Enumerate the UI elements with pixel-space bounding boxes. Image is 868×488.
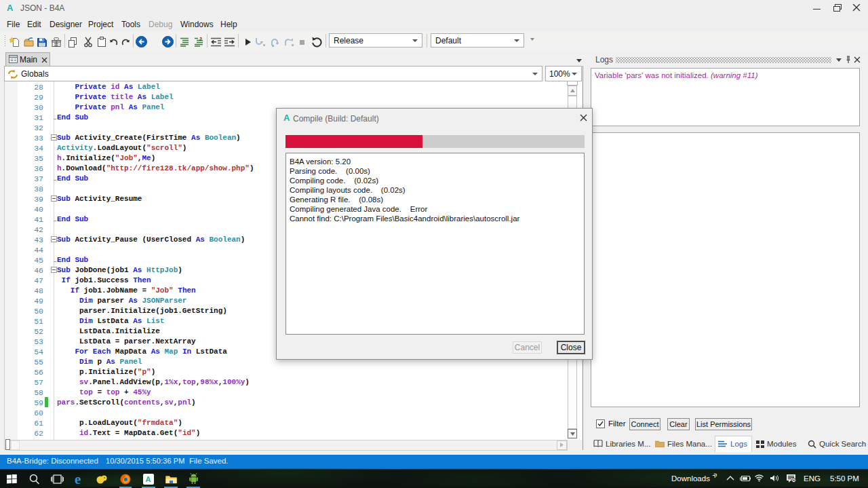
svg-text:2: 2 bbox=[199, 37, 202, 41]
